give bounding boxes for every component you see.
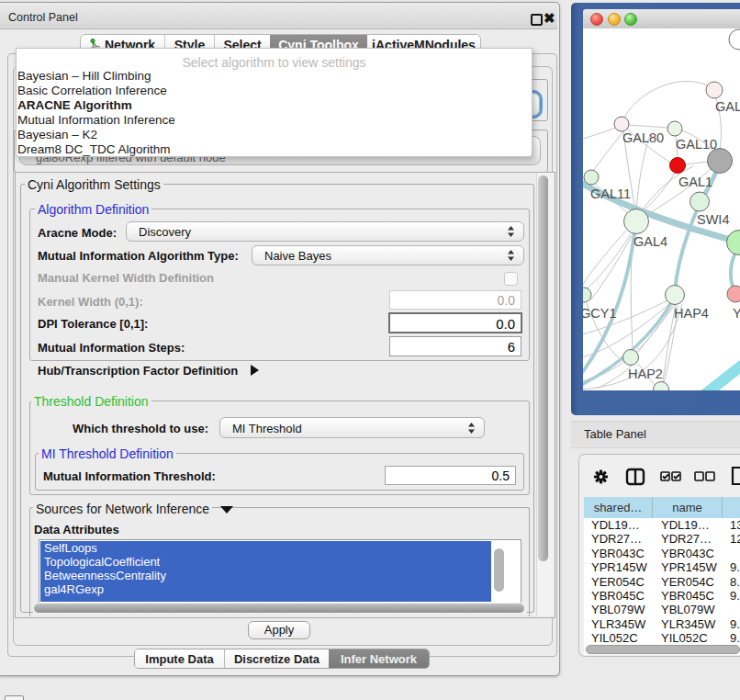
svg-text:HAP4: HAP4 — [674, 306, 709, 321]
svg-text:GAL8: GAL8 — [715, 99, 740, 114]
svg-text:GAL80: GAL80 — [622, 130, 664, 145]
svg-text:GCY1: GCY1 — [583, 306, 617, 321]
svg-text:HAP2: HAP2 — [628, 367, 663, 381]
svg-text:GAL10: GAL10 — [676, 137, 717, 152]
svg-text:Y: Y — [733, 306, 740, 321]
svg-text:GAL4: GAL4 — [633, 234, 667, 249]
svg-text:GAL11: GAL11 — [590, 186, 631, 201]
svg-text:GAL1: GAL1 — [678, 175, 712, 189]
svg-text:SWI4: SWI4 — [697, 212, 729, 227]
